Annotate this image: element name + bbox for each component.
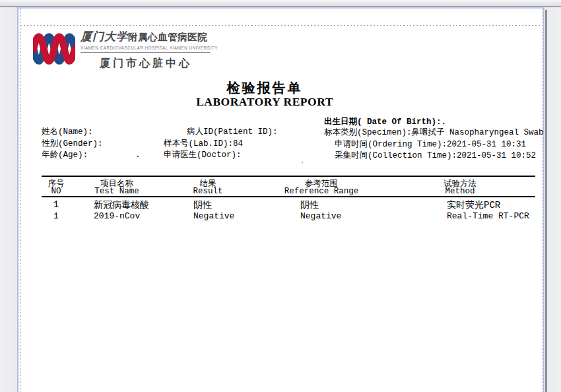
hospital-name-stylized: 厦门大学 [81, 30, 128, 43]
row-test-name-cn: 新冠病毒核酸 [94, 199, 149, 211]
doctor-label: 申请医生(Doctor): [164, 150, 242, 160]
row-method-en: Real-Time RT-PCR [447, 211, 529, 221]
text-boundary-right [542, 9, 543, 392]
age-stray-dot: . [135, 150, 141, 160]
table-header-rule [42, 196, 535, 197]
row-method-cn: 实时荧光PCR [447, 199, 500, 211]
hospital-name-en: XIAMEN CARDIOVASCULAR HOSPITAL XIAMEN UN… [81, 46, 211, 50]
page-border-left [17, 7, 18, 392]
hospital-name-rest: 附属心血管病医院 [128, 32, 207, 42]
dob-label: 出生日期( Date Of Birth):. [324, 117, 446, 127]
table-top-rule [42, 176, 535, 177]
row-reference-cn: 阴性 [300, 199, 319, 211]
header-boundary [20, 25, 543, 26]
page-shadow [545, 10, 547, 392]
gender-label: 性别(Gender): [42, 139, 103, 148]
ordering-time-label: 申请时间(Ordering Time):2021-05-31 10:31 [335, 140, 526, 149]
patient-id-label: 病人ID(Patient ID): [187, 127, 278, 137]
hospital-name-block: 厦门大学附属心血管病医院 XIAMEN CARDIOVASCULAR HOSPI… [81, 29, 211, 71]
age-label: 年龄(Age): [42, 150, 88, 160]
collection-time-label: 采集时间(Collection Time):2021-05-31 10:52 [335, 151, 536, 160]
document-viewer: 厦门大学附属心血管病医院 XIAMEN CARDIOVASCULAR HOSPI… [0, 0, 561, 392]
dna-helix-logo [33, 30, 75, 67]
stray-mark: 、 [301, 156, 307, 166]
hospital-name-cn: 厦门大学附属心血管病医院 [81, 29, 211, 44]
row-reference-en: Negative [300, 211, 341, 221]
hospital-center-name: 厦门市心脏中心 [81, 57, 211, 71]
lab-id-label: 样本号(Lab.ID):84 [164, 139, 243, 148]
report-title-en: LABORATORY REPORT [17, 95, 512, 109]
document-page[interactable]: 厦门大学附属心血管病医院 XIAMEN CARDIOVASCULAR HOSPI… [17, 7, 545, 392]
page-border-top [17, 7, 544, 9]
row-result-cn: 阴性 [193, 199, 212, 211]
page-border-right [543, 7, 544, 392]
row-result-en: Negative [193, 211, 234, 221]
specimen-label: 标本类别(Specimen):鼻咽拭子 Nasopharyngeal Swab [324, 128, 544, 137]
col-header-method-en: Method [378, 187, 543, 196]
name-label: 姓名(Name): [42, 127, 93, 137]
report-title-cn: 检验报告单 [17, 79, 512, 97]
window-top-edge [0, 0, 561, 6]
row-test-name-en: 2019-nCov [94, 211, 140, 221]
hospital-name-divider [81, 52, 210, 53]
